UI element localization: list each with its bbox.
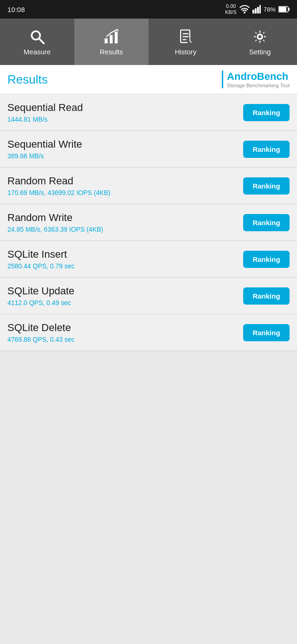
ranking-btn-random-read[interactable]: Ranking (243, 177, 290, 195)
ranking-btn-sequential-write[interactable]: Ranking (243, 141, 290, 158)
tab-history-label: History (175, 48, 197, 56)
ranking-btn-sqlite-delete[interactable]: Ranking (243, 324, 290, 341)
bench-info-random-write: Random Write 24.85 MB/s, 6363.39 IOPS (4… (7, 212, 103, 233)
bench-name-sqlite-delete: SQLite Delete (7, 322, 75, 334)
svg-rect-5 (289, 8, 290, 11)
status-time: 10:08 (7, 6, 25, 13)
bench-name-random-write: Random Write (7, 212, 103, 224)
bench-name-sequential-write: Sequential Write (7, 138, 82, 150)
bench-item-sequential-read: Sequential Read 1444.81 MB/s Ranking (0, 94, 297, 131)
bench-item-sqlite-update: SQLite Update 4112.0 QPS, 0.49 sec Ranki… (0, 278, 297, 314)
bench-info-sqlite-update: SQLite Update 4112.0 QPS, 0.49 sec (7, 285, 74, 306)
tab-measure[interactable]: Measure (0, 19, 74, 65)
search-icon (29, 28, 45, 45)
bench-value-random-write: 24.85 MB/s, 6363.39 IOPS (4KB) (7, 226, 103, 233)
bench-value-sqlite-insert: 2580.44 QPS, 0.79 sec (7, 262, 75, 270)
tab-setting-label: Setting (249, 48, 271, 56)
bench-item-sqlite-insert: SQLite Insert 2580.44 QPS, 0.79 sec Rank… (0, 241, 297, 278)
svg-rect-11 (115, 32, 117, 43)
nav-tabs: Measure Results History (0, 19, 297, 65)
tab-results-label: Results (100, 48, 123, 56)
ranking-btn-random-write[interactable]: Ranking (243, 214, 290, 231)
brand-name: AndroBench (227, 71, 288, 83)
bench-value-sequential-read: 1444.81 MB/s (7, 116, 83, 123)
svg-rect-9 (105, 38, 108, 43)
svg-line-8 (39, 38, 44, 43)
tab-results[interactable]: Results (74, 19, 148, 65)
status-right: 0.00 KB/S 78% (225, 3, 290, 15)
brand-sub: Storage Benchmarking Tool (227, 83, 290, 88)
results-title: Results (7, 72, 48, 87)
bench-list: Sequential Read 1444.81 MB/s Ranking Seq… (0, 94, 297, 351)
status-bar: 10:08 0.00 KB/S 78% (0, 0, 297, 19)
results-header: Results AndroBench Storage Benchmarking … (0, 65, 297, 94)
brand-logo: AndroBench Storage Benchmarking Tool (222, 71, 290, 88)
bench-info-sequential-read: Sequential Read 1444.81 MB/s (7, 102, 83, 123)
svg-rect-10 (110, 35, 112, 43)
tab-measure-label: Measure (24, 48, 51, 56)
wifi-icon (239, 5, 250, 13)
bench-value-sqlite-delete: 4769.88 QPS, 0.43 sec (7, 336, 75, 343)
bench-value-random-read: 170.69 MB/s, 43699.02 IOPS (4KB) (7, 189, 110, 196)
bench-name-sequential-read: Sequential Read (7, 102, 83, 114)
battery-icon (278, 6, 290, 13)
bench-name-random-read: Random Read (7, 175, 110, 187)
bench-info-sequential-write: Sequential Write 389.66 MB/s (7, 138, 82, 160)
ranking-btn-sqlite-update[interactable]: Ranking (243, 287, 290, 305)
svg-rect-6 (279, 7, 286, 12)
bench-info-random-read: Random Read 170.69 MB/s, 43699.02 IOPS (… (7, 175, 110, 196)
bench-name-sqlite-insert: SQLite Insert (7, 248, 75, 260)
bench-item-sequential-write: Sequential Write 389.66 MB/s Ranking (0, 131, 297, 168)
svg-rect-3 (259, 5, 261, 13)
gear-icon (252, 28, 268, 45)
bench-item-random-read: Random Read 170.69 MB/s, 43699.02 IOPS (… (0, 168, 297, 204)
bottom-area (0, 351, 297, 514)
bench-item-sqlite-delete: SQLite Delete 4769.88 QPS, 0.43 sec Rank… (0, 314, 297, 351)
bench-info-sqlite-delete: SQLite Delete 4769.88 QPS, 0.43 sec (7, 322, 75, 343)
ranking-btn-sequential-read[interactable]: Ranking (243, 104, 290, 121)
battery-percentage: 78% (264, 6, 276, 13)
svg-point-21 (258, 34, 262, 39)
tab-setting[interactable]: Setting (223, 19, 297, 65)
bench-info-sqlite-insert: SQLite Insert 2580.44 QPS, 0.79 sec (7, 248, 75, 270)
svg-rect-0 (252, 10, 254, 13)
bench-item-random-write: Random Write 24.85 MB/s, 6363.39 IOPS (4… (0, 204, 297, 241)
bench-value-sequential-write: 389.66 MB/s (7, 152, 82, 160)
ranking-btn-sqlite-insert[interactable]: Ranking (243, 251, 290, 268)
signal-icon (252, 5, 261, 13)
svg-rect-1 (255, 8, 257, 13)
svg-rect-2 (257, 7, 259, 13)
bench-value-sqlite-update: 4112.0 QPS, 0.49 sec (7, 299, 74, 306)
bench-name-sqlite-update: SQLite Update (7, 285, 74, 297)
chart-icon (103, 28, 120, 45)
document-icon (177, 28, 194, 45)
status-kbs: 0.00 KB/S (225, 3, 237, 15)
tab-history[interactable]: History (148, 19, 223, 65)
